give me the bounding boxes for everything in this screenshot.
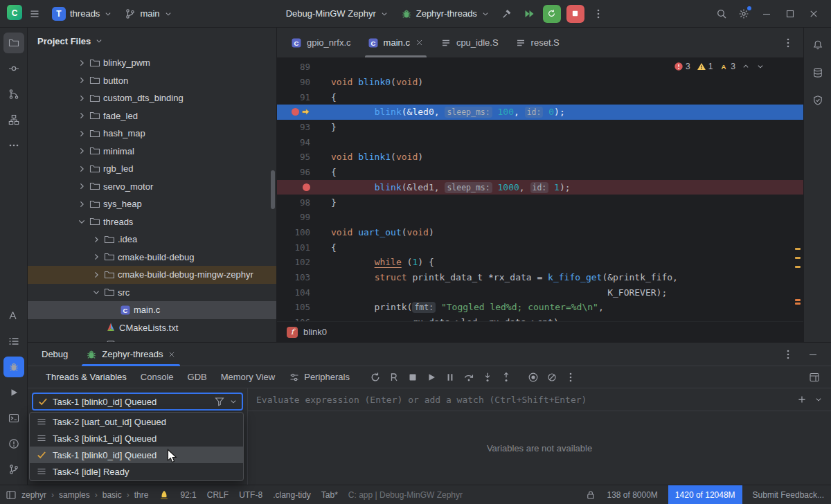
tree-item-cmake-build-debug-mingw-zephyr[interactable]: cmake-build-debug-mingw-zephyr [28,266,276,284]
gutter[interactable]: 98 [277,197,331,208]
todo-toolwindow-button[interactable] [3,331,24,352]
editor-tab-reset-s[interactable]: reset.S [507,28,568,57]
stripe-mark[interactable] [795,303,801,305]
thread-item-task-2-uart-out-id-queued[interactable]: Task-2 [uart_out_id] Queued [30,413,243,430]
code-line-94[interactable]: 94 [277,134,803,150]
debug-toolwindow-button[interactable] [3,357,24,377]
lock-icon[interactable] [585,489,596,501]
chevron-right-icon[interactable] [77,75,87,85]
rerun-button[interactable] [543,5,561,23]
code-line-97[interactable]: blink(&led1, sleep_ms: 1000, id: 1); [277,180,803,195]
chevron-down-icon[interactable] [91,287,101,297]
resume-button[interactable] [422,369,440,386]
gutter[interactable]: 104 [277,287,331,298]
tree-item-minimal[interactable]: minimal [28,143,276,161]
tree-item-fade-led[interactable]: fade_led [28,107,276,125]
chevron-right-icon[interactable] [91,270,101,280]
filter-icon[interactable] [214,396,225,407]
gutter[interactable]: 93 [277,122,331,132]
expand-evaluate-icon[interactable] [814,395,823,404]
tree-item-custom-dts-binding[interactable]: custom_dts_binding [28,89,276,107]
code-line-105[interactable]: 105 printk(fmt: "Toggled led%d; counter=… [277,300,803,315]
chevron-right-icon[interactable] [77,129,87,138]
structure-toolwindow-button[interactable] [3,109,24,130]
more-button[interactable] [562,369,580,386]
tree-item-blinky-pwm[interactable]: blinky_pwm [28,54,276,72]
hide-debug-button[interactable] [803,345,823,364]
debug-session-tab[interactable]: Zephyr-threads [82,343,180,366]
step-out-button[interactable] [497,369,515,386]
view-tab-memory-view[interactable]: Memory View [214,366,283,388]
code-line-102[interactable]: 102 while (1) { [277,255,803,270]
gutter[interactable] [277,183,331,191]
database-toolwindow-button[interactable] [807,62,828,83]
gutter[interactable]: 90 [277,77,331,87]
submit-feedback-link[interactable]: Submit Feedback... [753,490,824,500]
typo-count[interactable]: A3 [719,62,735,71]
code-line-90[interactable]: 90void blink0(void) [277,75,803,90]
code-line-101[interactable]: 101{ [277,240,803,255]
debug-options-button[interactable] [778,345,798,364]
code-line-95[interactable]: 95void blink1(void) [277,150,803,165]
thread-item-task-4-idle-ready[interactable]: Task-4 [idle] Ready [30,463,243,480]
thread-selector[interactable]: Task-1 [blink0_id] Queued [32,393,243,411]
app-logo[interactable]: C [7,5,22,23]
status-inspection-profile[interactable]: .clang-tidy [273,490,311,500]
code-line-96[interactable]: 96{ [277,165,803,180]
tree-item-button[interactable]: button [28,72,276,90]
code-line-103[interactable]: 103 struct printk_data_t *rx_data = k_fi… [277,270,803,285]
tree-item-rgb-led[interactable]: rgb_led [28,160,276,178]
project-widget[interactable]: T threads [47,4,117,24]
tree-item-cmake-build-debug[interactable]: cmake-build-debug [28,249,276,267]
add-watch-icon[interactable] [796,394,807,405]
gutter[interactable]: 100 [277,227,331,237]
more-tools-toolwindow-button[interactable] [3,135,24,156]
gutter[interactable]: 94 [277,137,331,147]
status-path-zephyr[interactable]: zephyr [21,490,46,500]
gutter[interactable]: 102 [277,257,331,267]
status-path-thre[interactable]: thre [134,490,149,500]
terminal-toolwindow-button[interactable] [3,408,24,429]
chevron-right-icon[interactable] [77,58,87,68]
tree-item-main-c[interactable]: Cmain.c [28,301,276,319]
thread-item-task-1-blink0-id-queued[interactable]: Task-1 [blink0_id] Queued [30,447,243,463]
code-line-92[interactable]: blink(&led0, sleep_ms: 100, id: 0); [277,105,803,120]
gutter[interactable]: 99 [277,212,331,222]
stripe-mark[interactable] [795,266,801,268]
gutter[interactable]: 106 [277,317,331,321]
error-count[interactable]: 3 [674,62,690,71]
next-problem-icon[interactable] [756,62,765,71]
main-menu-button[interactable] [25,4,44,24]
maximize-window-button[interactable] [780,4,801,24]
chevron-right-icon[interactable] [77,164,87,174]
editor-tab-cpu-idle-s[interactable]: cpu_idle.S [432,28,507,57]
view-tab-console[interactable]: Console [134,366,181,388]
code-area[interactable]: 8990void blink0(void)91{ blink(&led0, sl… [277,58,803,321]
status-caret-position[interactable]: 92:1 [180,490,196,500]
reset-button[interactable] [385,369,403,386]
evaluate-expression-field[interactable]: Evaluate expression (Enter) or add a wat… [248,388,831,411]
gutter[interactable]: 101 [277,242,331,253]
thread-item-task-3-blink1-id-queued[interactable]: Task-3 [blink1_id] Queued [30,430,243,447]
chevron-right-icon[interactable] [91,252,101,262]
status-encoding[interactable]: UTF-8 [239,490,262,500]
code-line-98[interactable]: 98} [277,195,803,210]
pause-button[interactable] [441,369,459,386]
code-line-106[interactable]: 106 rx_data->led, rx_data->cnt); [277,315,803,321]
rerun-button[interactable] [366,369,384,386]
tree-item-cmakelists-txt[interactable]: CMakeLists.txt [28,319,276,337]
minimize-window-button[interactable] [756,4,777,24]
breadcrumb-function[interactable]: blink0 [303,327,327,337]
notifications-toolwindow-button[interactable] [807,35,828,55]
editor-tab-main-c[interactable]: Cmain.c [359,28,432,57]
status-run-context[interactable]: C: app | Debug-MinGW Zephyr [348,490,463,500]
tree-item-hash-map[interactable]: hash_map [28,125,276,143]
breakpoint-icon[interactable] [292,108,299,116]
status-line-ending[interactable]: CRLF [207,490,229,500]
chevron-right-icon[interactable] [77,93,87,103]
chevron-right-icon[interactable] [91,235,101,244]
commit-toolwindow-button[interactable] [3,58,24,79]
inspections-widget[interactable]: 3 1 A3 [674,62,765,71]
memory-indicator[interactable]: 1420 of 12048M [668,485,742,504]
gutter[interactable]: 105 [277,302,331,312]
